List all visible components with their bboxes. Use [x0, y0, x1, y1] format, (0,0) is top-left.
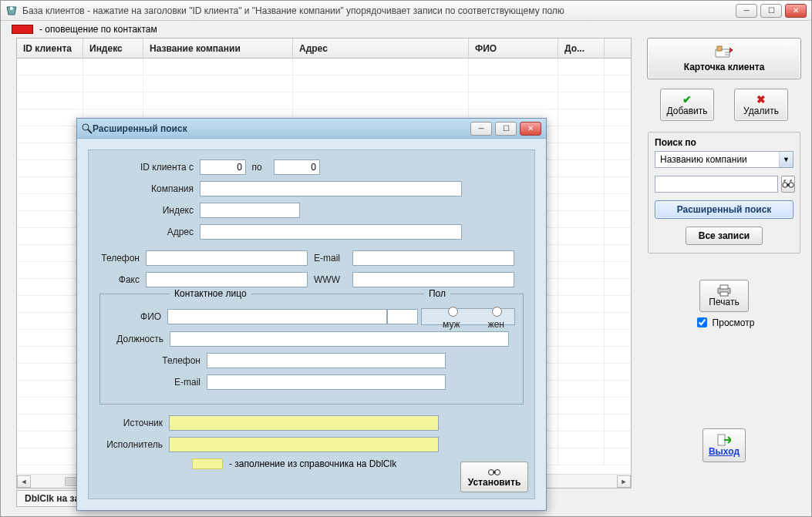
- position-label: Должность: [108, 334, 170, 344]
- address-input[interactable]: [200, 224, 462, 240]
- dialog-minimize-button[interactable]: ─: [470, 122, 492, 136]
- svg-rect-8: [720, 292, 728, 296]
- extended-search-button[interactable]: Расширенный поиск: [655, 200, 793, 219]
- exit-icon: [717, 434, 731, 446]
- index-label: Индекс: [99, 205, 200, 216]
- source-input[interactable]: [169, 415, 439, 431]
- binoculars-icon: [782, 179, 794, 190]
- column-header[interactable]: Адрес: [293, 39, 469, 58]
- gender-label: Пол: [424, 288, 450, 299]
- svg-rect-5: [787, 184, 790, 186]
- company-input[interactable]: [200, 181, 462, 196]
- apply-button[interactable]: Установить: [460, 462, 528, 492]
- id-to-label: по: [246, 162, 274, 173]
- legend-row: - оповещение по контактам: [1, 21, 811, 38]
- gender-box: муж жен: [421, 308, 515, 325]
- printer-icon: [716, 284, 732, 297]
- contact-email-input[interactable]: [207, 374, 446, 390]
- column-header[interactable]: До...: [558, 39, 605, 58]
- column-header[interactable]: ФИО: [469, 39, 558, 58]
- executor-input[interactable]: [169, 437, 439, 452]
- fio-label: ФИО: [108, 311, 167, 322]
- address-label: Адрес: [99, 227, 200, 237]
- phone-input[interactable]: [146, 250, 308, 266]
- svg-rect-2: [717, 46, 722, 51]
- dialog-hint-text: - заполнение из справочника на DblClk: [229, 458, 396, 469]
- id-to-input[interactable]: [274, 159, 320, 175]
- svg-rect-7: [720, 285, 728, 289]
- column-header[interactable]: Название компании: [143, 39, 293, 58]
- fax-label: Факс: [99, 274, 146, 285]
- dialog-titlebar: Расширенный поиск ─ ☐ ✕: [77, 119, 546, 139]
- all-records-button[interactable]: Все записи: [686, 227, 763, 245]
- svg-point-3: [783, 183, 787, 187]
- contact-phone-label: Телефон: [108, 355, 207, 366]
- scroll-right-arrow[interactable]: ►: [617, 475, 631, 488]
- id-from-label: ID клиента с: [99, 162, 200, 173]
- client-card-button[interactable]: Карточка клиента: [647, 38, 801, 79]
- legend-swatch: [12, 25, 33, 34]
- check-icon: ✔: [682, 93, 692, 106]
- contact-legend: Контактное лицо: [170, 288, 251, 299]
- extended-search-dialog: Расширенный поиск ─ ☐ ✕ ID клиента с по …: [76, 118, 547, 511]
- main-titlebar: База клиентов - нажатие на заголовки "ID…: [1, 1, 811, 21]
- scroll-left-arrow[interactable]: ◄: [17, 475, 31, 488]
- id-from-input[interactable]: [200, 159, 246, 175]
- table-row[interactable]: [17, 92, 631, 109]
- svg-point-12: [495, 470, 500, 475]
- preview-checkbox-row[interactable]: Просмотр: [694, 315, 755, 330]
- window-title: База клиентов - нажатие на заголовки "ID…: [22, 5, 736, 16]
- preview-checkbox[interactable]: [697, 317, 707, 327]
- company-label: Компания: [99, 183, 200, 194]
- source-label: Источник: [99, 418, 169, 428]
- maximize-button[interactable]: ☐: [760, 4, 782, 18]
- executor-label: Исполнитель: [99, 439, 169, 450]
- index-input[interactable]: [200, 203, 300, 218]
- www-input[interactable]: [352, 272, 514, 287]
- dialog-title: Расширенный поиск: [93, 123, 470, 134]
- svg-point-11: [489, 470, 494, 475]
- table-row[interactable]: [17, 76, 631, 92]
- main-window: База клиентов - нажатие на заголовки "ID…: [0, 0, 812, 517]
- close-button[interactable]: ✕: [785, 4, 807, 18]
- app-icon: [5, 5, 18, 17]
- dialog-maximize-button[interactable]: ☐: [495, 122, 517, 136]
- print-button[interactable]: Печать: [699, 280, 749, 312]
- svg-point-4: [789, 183, 793, 187]
- fio-extra-input[interactable]: [387, 309, 418, 324]
- gender-female-option[interactable]: жен: [471, 304, 510, 330]
- chevron-down-icon: ▼: [779, 152, 793, 167]
- search-icon-button[interactable]: [781, 176, 795, 193]
- column-header[interactable]: ID клиента: [17, 39, 83, 58]
- search-group: Поиск по Названию компании ▼ Расширенный…: [648, 132, 800, 253]
- side-panel: Карточка клиента ✔ Добавить ✖ Удалить По…: [643, 38, 805, 488]
- add-button[interactable]: ✔ Добавить: [660, 89, 714, 121]
- svg-rect-13: [494, 472, 496, 474]
- legend-text: - оповещение по контактам: [39, 24, 157, 35]
- contact-email-label: E-mail: [108, 377, 207, 388]
- search-by-combo[interactable]: Названию компании ▼: [655, 151, 793, 168]
- phone-label: Телефон: [99, 253, 146, 264]
- email-label: E-mail: [308, 253, 352, 264]
- email-input[interactable]: [352, 250, 514, 266]
- www-label: WWW: [308, 274, 352, 285]
- dialog-body: ID клиента с по Компания Индекс Адрес: [88, 149, 535, 499]
- search-input[interactable]: [655, 176, 778, 193]
- column-header[interactable]: Индекс: [83, 39, 143, 58]
- svg-point-10: [83, 124, 89, 130]
- exit-button[interactable]: Выход: [702, 428, 746, 462]
- contact-phone-input[interactable]: [207, 353, 446, 368]
- gender-male-option[interactable]: муж: [426, 304, 467, 330]
- table-row[interactable]: [17, 59, 631, 76]
- delete-button[interactable]: ✖ Удалить: [734, 89, 788, 121]
- hint-swatch: [192, 458, 223, 469]
- fio-input[interactable]: [167, 309, 387, 324]
- position-input[interactable]: [170, 331, 509, 347]
- dialog-close-button[interactable]: ✕: [520, 122, 541, 136]
- svg-point-0: [10, 7, 13, 10]
- svg-rect-9: [718, 435, 725, 445]
- binoculars-icon: [487, 466, 501, 477]
- fax-input[interactable]: [146, 272, 308, 287]
- minimize-button[interactable]: ─: [736, 4, 757, 18]
- search-group-title: Поиск по: [655, 137, 793, 148]
